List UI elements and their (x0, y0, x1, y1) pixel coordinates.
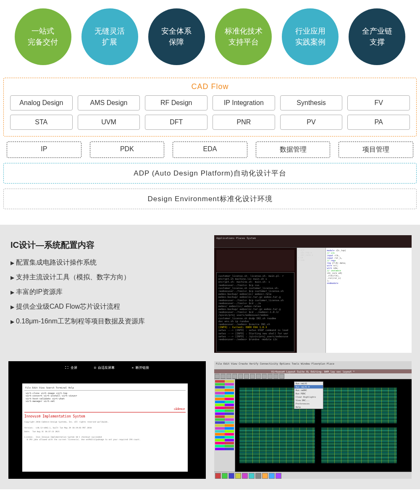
info-title: IC设计—系统配置内容 (10, 239, 204, 251)
cell-analog: Analog Design (10, 95, 73, 110)
info-item: 支持主流设计工具（模拟、数字方向） (10, 273, 204, 282)
cad-flow-row2: STA UVM DFT PNR PV PA (10, 115, 410, 130)
info-item: 0.18μm-16nm工艺制程等项目数据及资源库 (10, 317, 204, 326)
circle-2: 无缝灵活扩展 (81, 8, 138, 65)
cell-sta: STA (10, 115, 73, 130)
cell-pdk: PDK (90, 142, 165, 158)
screenshot-terminal-editor: Applications Places System customer_lice… (214, 235, 412, 353)
info-item: 配置集成电路设计操作系统 (10, 258, 204, 267)
cad-flow-title: CAD Flow (10, 82, 410, 91)
cell-dft: DFT (145, 115, 207, 130)
cad-flow-box: CAD Flow Analog Design AMS Design RF Des… (3, 78, 417, 136)
terminal-window: customer_license.sh- license.sh- main.pl… (216, 272, 294, 352)
terminal-window: File Edit View Search Terminal Help virt… (22, 383, 188, 472)
layout-title: Virtuoso® Layout Suite XL Editing: BKM_l… (214, 370, 412, 373)
cell-uvm: UVM (78, 115, 140, 130)
layer-palette (214, 379, 235, 472)
viewer-controls: ⛶ 全屏 ⊡ 自适应屏幕 ✕ 断开链接 (10, 362, 205, 377)
screenshot-layout-editor: File Edit View Create Verify Connectivit… (214, 361, 412, 479)
circle-3: 安全体系保障 (148, 8, 205, 65)
cell-datamgmt: 数据管理 (256, 142, 331, 158)
circle-4: 标准化技术支持平台 (215, 8, 272, 65)
cadence-logo: cādence (24, 406, 186, 412)
cad-flow-row1: Analog Design AMS Design RF Design IP In… (10, 95, 410, 110)
cell-projmgmt: 项目管理 (339, 142, 413, 158)
layout-canvas: Run nmLVSRun nmLVS-HRun nmDRCRun PERCCle… (235, 379, 412, 472)
info-item: 丰富的IP资源库 (10, 288, 204, 297)
circle-6: 全产业链支撑 (349, 8, 405, 65)
info-text: IC设计—系统配置内容 配置集成电路设计操作系统 支持主流设计工具（模拟、数字方… (8, 235, 206, 353)
code-editor: module i2c_top( // i/o input clk, input … (326, 248, 412, 353)
cell-ip-int: IP Integration (213, 95, 275, 110)
info-list: 配置集成电路设计操作系统 支持主流设计工具（模拟、数字方向） 丰富的IP资源库 … (10, 258, 204, 326)
circle-5: 行业应用实践案例 (282, 8, 339, 65)
layout-menu: File Edit View Create Verify Connectivit… (214, 361, 412, 370)
adp-box: ADP (Auto Design Platform)自动化设计平台 (3, 163, 417, 184)
circle-1: 一站式完备交付 (15, 8, 71, 65)
editor-sidebar: ▸ src i2c_top.v i2c_core.v▸ tb▸ sim (297, 248, 326, 353)
desktop-panel: Applications Places System (214, 235, 412, 248)
layout-toolbar-bottom (214, 472, 412, 479)
feature-circles: 一站式完备交付 无缝灵活扩展 安全体系保障 标准化技术支持平台 行业应用实践案例… (0, 0, 420, 78)
cell-pnr: PNR (213, 115, 275, 130)
desktop-area (216, 250, 294, 271)
cell-pa: PA (347, 115, 410, 130)
info-item: 提供企业级CAD Flow芯片设计流程 (10, 302, 204, 311)
screenshot-innovus: ⛶ 全屏 ⊡ 自适应屏幕 ✕ 断开链接 File Edit View Searc… (8, 361, 206, 479)
cell-pv: PV (280, 115, 343, 130)
cell-synth: Synthesis (280, 95, 343, 110)
cell-rf: RF Design (145, 95, 207, 110)
product-title: Innovus® Implementation System (24, 415, 186, 419)
cell-ams: AMS Design (78, 95, 140, 110)
middle-row: IP PDK EDA 数据管理 项目管理 (3, 142, 417, 158)
cell-fv: FV (347, 95, 410, 110)
architecture-diagram: CAD Flow Analog Design AMS Design RF Des… (0, 78, 420, 225)
cell-eda: EDA (173, 142, 247, 158)
design-env-box: Design Environment标准化设计环境 (3, 189, 417, 209)
bottom-section: IC设计—系统配置内容 配置集成电路设计操作系统 支持主流设计工具（模拟、数字方… (0, 225, 420, 489)
cell-ip: IP (7, 142, 81, 158)
context-menu: Run nmLVSRun nmLVS-HRun nmDRCRun PERCCle… (294, 381, 323, 409)
layout-toolbar (214, 373, 412, 379)
